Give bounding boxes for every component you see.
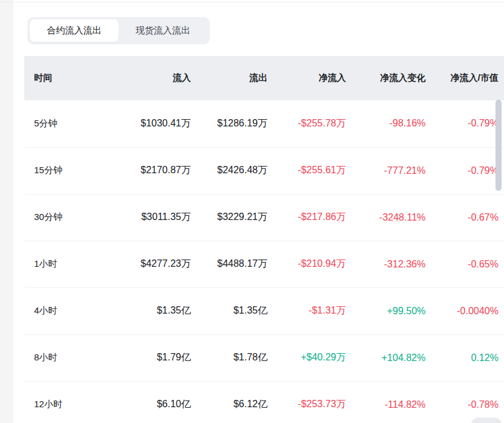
cell-time: 5分钟	[24, 100, 116, 147]
flow-tab-group: 合约流入流出 现货流入流出	[27, 17, 210, 44]
table-row: 12小时 $6.10亿 $6.12亿 -$253.73万 -114.82% -0…	[24, 381, 504, 423]
cell-net-change: -114.82%	[348, 381, 428, 423]
cell-inflow: $6.10亿	[116, 381, 193, 423]
cell-outflow: $2426.48万	[193, 147, 270, 194]
cell-net-inflow: -$253.73万	[270, 381, 348, 423]
cell-outflow: $1.35亿	[193, 287, 270, 334]
column-header-net-mcap: 净流入/市值	[428, 56, 504, 100]
cell-net-change: -777.21%	[348, 147, 428, 194]
cell-time: 30分钟	[24, 194, 116, 241]
column-header-inflow: 流入	[116, 56, 193, 100]
cell-outflow: $3229.21万	[193, 194, 270, 241]
cell-net-change: +104.82%	[348, 334, 428, 381]
page-left-gutter	[0, 0, 13, 423]
cell-inflow: $3011.35万	[116, 194, 193, 241]
cell-time: 12小时	[24, 381, 116, 423]
cell-net-mcap: -0.79%	[428, 100, 504, 147]
cell-inflow: $2170.87万	[116, 147, 193, 194]
cell-net-inflow: -$1.31万	[270, 287, 348, 334]
cell-net-mcap: -0.0040%	[428, 287, 504, 334]
cell-net-mcap: 0.12%	[428, 334, 504, 381]
cell-net-mcap: -0.78%	[428, 381, 504, 423]
cell-time: 15分钟	[24, 147, 116, 194]
cell-net-inflow: -$255.78万	[270, 100, 348, 147]
column-header-net-change: 净流入变化	[348, 56, 428, 100]
column-header-outflow: 流出	[193, 56, 270, 100]
cell-time: 4小时	[24, 287, 116, 334]
cell-inflow: $1.35亿	[116, 287, 193, 334]
cell-net-change: +99.50%	[348, 287, 428, 334]
cell-net-inflow: -$217.86万	[270, 194, 348, 241]
flow-table: 时间 流入 流出 净流入 净流入变化 净流入/市值 5分钟 $1030.41万 …	[24, 56, 504, 423]
tab-spot-flow[interactable]: 现货流入流出	[119, 19, 207, 42]
cell-net-change: -98.16%	[348, 100, 428, 147]
column-header-net-inflow: 净流入	[270, 56, 348, 100]
cell-net-inflow: +$40.29万	[270, 334, 348, 381]
flow-table-body: 5分钟 $1030.41万 $1286.19万 -$255.78万 -98.16…	[24, 100, 504, 423]
floating-widget[interactable]	[471, 418, 502, 423]
cell-outflow: $1286.19万	[193, 100, 270, 147]
cell-outflow: $6.12亿	[193, 381, 270, 423]
cell-net-mcap: -0.65%	[428, 241, 504, 287]
cell-net-change: -3248.11%	[348, 194, 428, 241]
flow-table-header: 时间 流入 流出 净流入 净流入变化 净流入/市值	[24, 56, 504, 100]
cell-inflow: $1.79亿	[116, 334, 193, 381]
table-row: 5分钟 $1030.41万 $1286.19万 -$255.78万 -98.16…	[24, 100, 504, 147]
cell-outflow: $1.78亿	[193, 334, 270, 381]
cell-inflow: $4277.23万	[116, 241, 193, 287]
tab-contract-flow[interactable]: 合约流入流出	[30, 19, 119, 42]
table-row: 15分钟 $2170.87万 $2426.48万 -$255.61万 -777.…	[24, 147, 504, 194]
table-row: 4小时 $1.35亿 $1.35亿 -$1.31万 +99.50% -0.004…	[24, 287, 504, 334]
cell-net-mcap: -0.79%	[428, 147, 504, 194]
cell-net-mcap: -0.67%	[428, 194, 504, 241]
table-row: 30分钟 $3011.35万 $3229.21万 -$217.86万 -3248…	[24, 194, 504, 241]
flow-panel: 合约流入流出 现货流入流出 时间 流入 流出 净流入 净流入变化 净流入/市值 …	[13, 2, 504, 423]
cell-net-inflow: -$255.61万	[270, 147, 348, 194]
cell-net-inflow: -$210.94万	[270, 241, 348, 287]
cell-inflow: $1030.41万	[116, 100, 193, 147]
cell-outflow: $4488.17万	[193, 241, 270, 287]
cell-time: 8小时	[24, 334, 116, 381]
cell-time: 1小时	[24, 241, 116, 287]
table-row: 1小时 $4277.23万 $4488.17万 -$210.94万 -312.3…	[24, 241, 504, 287]
scrollbar-thumb[interactable]	[495, 100, 502, 191]
cell-net-change: -312.36%	[348, 241, 428, 287]
table-row: 8小时 $1.79亿 $1.78亿 +$40.29万 +104.82% 0.12…	[24, 334, 504, 381]
scrollbar[interactable]	[495, 58, 502, 423]
column-header-time: 时间	[24, 56, 116, 100]
